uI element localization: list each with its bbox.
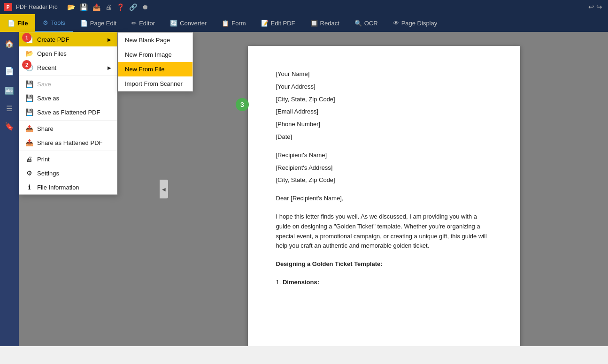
new-from-file-item[interactable]: New From File <box>118 62 192 76</box>
save-icon[interactable]: 💾 <box>80 3 88 11</box>
create-pdf-arrow: ▶ <box>108 37 111 42</box>
file-info-icon: ℹ <box>25 183 33 191</box>
doc-heading: Designing a Golden Ticket Template: <box>276 259 492 269</box>
settings-label: Settings <box>37 170 59 177</box>
doc-your-address: [Your Address] <box>276 82 492 92</box>
page-display-label: Page Display <box>401 20 438 27</box>
converter-tab[interactable]: 🔄 Converter <box>162 14 214 32</box>
separator-2 <box>19 120 117 121</box>
print-icon: 🖨 <box>25 155 33 163</box>
ocr-icon: 🔍 <box>354 20 362 27</box>
editor-tab[interactable]: ✏ Editor <box>124 14 162 32</box>
save-flattened-item[interactable]: 💾 Save as Flattened PDF <box>19 105 117 119</box>
print-item[interactable]: 🖨 Print <box>19 152 117 166</box>
content-area: 📄 Create PDF ▶ New Blank Page New From I… <box>19 32 608 346</box>
new-from-image-item[interactable]: New From Image <box>118 47 192 62</box>
file-menu-overlay: 📄 Create PDF ▶ New Blank Page New From I… <box>19 32 117 195</box>
sidebar-page-icon[interactable]: 📄 <box>1 63 17 79</box>
sidebar-bookmark-icon[interactable]: 🔖 <box>1 118 17 134</box>
save-as-label: Save as <box>37 95 59 102</box>
doc-recipient-name: [Recipient's Name] <box>276 151 492 160</box>
save-as-item[interactable]: 💾 Save as <box>19 91 117 105</box>
record-icon[interactable]: ⏺ <box>142 3 148 11</box>
converter-icon: 🔄 <box>170 20 177 27</box>
recent-label: Recent <box>37 64 56 71</box>
share-icon[interactable]: 📤 <box>92 3 100 11</box>
doc-recipient-address: [Recipient's Address] <box>276 163 492 173</box>
save-flattened-icon: 💾 <box>25 108 33 116</box>
form-icon: 📋 <box>222 20 229 27</box>
doc-email: [Email Address] <box>276 107 492 117</box>
editor-icon: ✏ <box>131 20 137 27</box>
step-1-badge: 1 <box>22 33 31 42</box>
doc-dear: Dear [Recipient's Name], <box>276 194 492 204</box>
recent-item[interactable]: 🕐 Recent ▶ <box>19 61 117 75</box>
form-tab[interactable]: 📋 Form <box>214 14 253 32</box>
share-flattened-label: Share as Flattened PDF <box>37 139 102 146</box>
redo-btn[interactable]: ↪ <box>596 3 602 11</box>
share-flattened-item[interactable]: 📤 Share as Flattened PDF <box>19 136 117 150</box>
file-info-item[interactable]: ℹ File Information <box>19 180 117 194</box>
app-name: PDF Reader Pro <box>16 4 58 10</box>
step-2-badge: 2 <box>22 60 31 69</box>
save-item[interactable]: 💾 Save <box>19 77 117 91</box>
editor-label: Editor <box>139 20 155 27</box>
open-files-item[interactable]: 📂 Open Files <box>19 46 117 61</box>
link-icon[interactable]: 🔗 <box>129 3 137 11</box>
file-dropdown: 📄 Create PDF ▶ New Blank Page New From I… <box>19 32 117 195</box>
doc-date: [Date] <box>276 132 492 142</box>
settings-item[interactable]: ⚙ Settings <box>19 166 117 180</box>
main-layout: 🏠 1 📄 2 🔤 ☰ 🔖 📄 Create PDF ▶ New Blank P… <box>0 32 608 346</box>
tools-tab[interactable]: ⚙ Tools <box>35 14 72 32</box>
doc-city-state-zip-2: [City, State, Zip Code] <box>276 175 492 185</box>
ocr-label: OCR <box>364 20 378 27</box>
menu-bar: 📄 File ⚙ Tools 📄 Page Edit ✏ Editor 🔄 Co… <box>0 14 608 32</box>
doc-your-name: [Your Name] <box>276 69 492 79</box>
open-files-icon: 📂 <box>25 50 33 57</box>
doc-city-state-zip-1: [City, State, Zip Code] <box>276 95 492 105</box>
page-edit-tab[interactable]: 📄 Page Edit <box>73 14 124 32</box>
save-as-icon: 💾 <box>25 94 33 102</box>
doc-dimensions: 1. Dimensions: <box>276 278 492 288</box>
converter-label: Converter <box>180 20 207 27</box>
undo-btn[interactable]: ↩ <box>588 3 594 11</box>
page-display-icon: 👁 <box>393 20 399 27</box>
sidebar-list-icon[interactable]: ☰ <box>1 100 17 116</box>
file-info-label: File Information <box>37 184 79 191</box>
sidebar-home-icon[interactable]: 🏠 <box>1 36 17 52</box>
print-icon[interactable]: 🖨 <box>105 3 112 11</box>
share-label: Share <box>37 125 54 132</box>
share-item[interactable]: 📤 Share <box>19 121 117 136</box>
redact-label: Redact <box>320 20 339 27</box>
create-pdf-label: Create PDF <box>37 36 69 43</box>
import-from-scanner-item[interactable]: Import From Scanner <box>118 76 192 91</box>
title-bar-icons: 📂 💾 📤 🖨 ❓ 🔗 ⏺ <box>67 3 148 11</box>
page-display-tab[interactable]: 👁 Page Display <box>385 14 445 32</box>
open-files-label: Open Files <box>37 50 67 57</box>
create-pdf-item[interactable]: 📄 Create PDF ▶ New Blank Page New From I… <box>19 32 117 46</box>
recent-arrow: ▶ <box>108 65 111 70</box>
edit-pdf-tab[interactable]: 📝 Edit PDF <box>254 14 303 32</box>
edit-pdf-label: Edit PDF <box>271 20 295 27</box>
help-icon[interactable]: ❓ <box>116 3 124 11</box>
print-label: Print <box>37 156 50 163</box>
edit-pdf-icon: 📝 <box>261 20 269 27</box>
sidebar-text-icon[interactable]: 🔤 <box>1 83 17 99</box>
new-blank-item[interactable]: New Blank Page <box>118 33 192 47</box>
settings-icon: ⚙ <box>25 169 33 177</box>
step-3-badge: 3 <box>236 98 249 111</box>
ocr-tab[interactable]: 🔍 OCR <box>347 14 385 32</box>
title-bar: P PDF Reader Pro 📂 💾 📤 🖨 ❓ 🔗 ⏺ ↩ ↪ <box>0 0 608 14</box>
form-label: Form <box>231 20 246 27</box>
save-flattened-label: Save as Flattened PDF <box>37 109 100 116</box>
redact-icon: 🔲 <box>310 20 318 27</box>
redact-tab[interactable]: 🔲 Redact <box>303 14 347 32</box>
app-logo: P <box>4 3 12 11</box>
file-tab-label: File <box>17 20 28 27</box>
file-tab[interactable]: 📄 File <box>0 14 35 32</box>
open-file-icon[interactable]: 📂 <box>67 3 75 11</box>
share-icon2: 📤 <box>25 125 33 132</box>
left-sidebar: 🏠 1 📄 2 🔤 ☰ 🔖 <box>0 32 19 346</box>
collapse-panel-button[interactable]: ◀ <box>160 180 168 198</box>
share-flattened-icon: 📤 <box>25 139 33 146</box>
